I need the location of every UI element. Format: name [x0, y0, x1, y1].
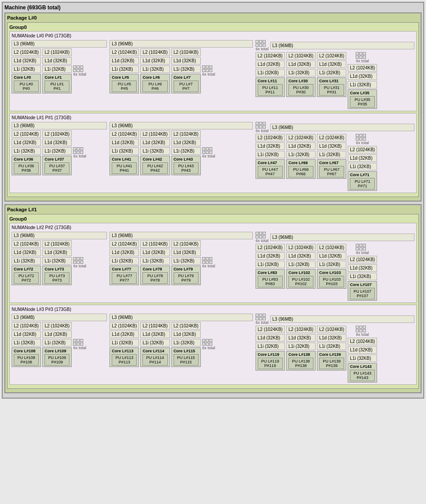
l1d-1-1-0: L1d (32KB): [110, 139, 139, 146]
core-143: Core L#143 PU L#143P#143: [348, 363, 377, 383]
l2-3-1-2: L2 (1024KB): [171, 322, 201, 330]
l2-3-2-0: L2 (1024KB): [256, 326, 285, 333]
l3-1-1: L3 (96MB): [110, 122, 252, 129]
pu-139: PU L#139P#139: [319, 358, 344, 369]
l2-2-3: L2 (1024KB): [348, 64, 377, 72]
l1i-2-2-3: L1i (32KB): [348, 273, 377, 280]
six-total-1-0: 6x total: [73, 130, 86, 175]
l2-2-2-1: L2 (1024KB): [286, 244, 316, 251]
pu-35: PU L#35P#35: [350, 96, 375, 108]
l1d-3-2-1: L1d (32KB): [286, 334, 316, 342]
six-total-1-1: 6x total: [202, 130, 215, 175]
pu-7: PU L#7P#7: [174, 81, 199, 92]
pu-36: PU L#36P#36: [14, 162, 39, 174]
l1d-1-0-0: L1d (32KB): [12, 139, 41, 146]
six-total-2-2-left: 6x total: [256, 232, 269, 243]
six-total-3-2-left: 6x total: [256, 314, 269, 325]
l2-2-2: L2 (1024KB): [317, 52, 346, 60]
l1d-2-3: L1d (32KB): [348, 73, 377, 80]
l1i-3-0-1: L1i (32KB): [42, 339, 72, 347]
l1d-1-2-3: L1d (32KB): [348, 154, 377, 162]
l1i-0-0: L1i (32KB): [12, 65, 41, 73]
numa1: NUMANode L#1 P#1 (173GB) L3 (96MB) L2 (1…: [9, 113, 417, 193]
core-5: Core L#5 PU L#5P#5: [110, 74, 139, 93]
l1i-1-2-2: L1i (32KB): [317, 151, 346, 158]
pu-37: PU L#37P#37: [45, 162, 69, 174]
pu-30: PU L#30P#30: [288, 84, 313, 96]
core-115: Core L#115 PU L#115P#115: [171, 347, 201, 367]
l1i-1-0-1: L1i (32KB): [42, 147, 72, 155]
l3-1-0: L3 (96MB): [12, 122, 107, 129]
l2-1-2-0: L2 (1024KB): [256, 134, 285, 141]
l3-3-1: L3 (96MB): [110, 314, 252, 321]
pu-11: PU L#11P#11: [258, 84, 283, 96]
core-7: Core L#7 PU L#7P#7: [171, 74, 201, 93]
machine-title: Machine (693GB total): [4, 4, 422, 11]
l2-2-2-0: L2 (1024KB): [256, 244, 285, 251]
pu-107: PU L#107P#107: [350, 288, 375, 299]
l2-3-2-1: L2 (1024KB): [286, 326, 316, 333]
core-0: Core L#0 PU L#0P#0: [12, 74, 41, 93]
l1d-0-0: L1d (32KB): [12, 57, 41, 65]
l1d-2-0-0: L1d (32KB): [12, 249, 41, 256]
pu-1: PU L#1P#1: [45, 81, 69, 92]
l1d-1-2-1: L1d (32KB): [286, 142, 316, 150]
core-113: Core L#113 PU L#113P#113: [110, 347, 139, 367]
core-139: Core L#139 PU L#139P#139: [317, 351, 346, 371]
group0-pkg1-title: Group0: [9, 216, 417, 222]
six-total-2-1: 6x total: [202, 240, 215, 285]
pu-103: PU L#103P#103: [319, 276, 344, 287]
core-30: Core L#30 PU L#30P#30: [286, 77, 316, 97]
pu-47: PU L#47P#47: [258, 166, 283, 177]
pu-102: PU L#102P#102: [288, 276, 313, 287]
six-total-0-0: 6x total: [73, 48, 86, 93]
l1d-2-1-0: L1d (32KB): [110, 249, 139, 256]
pu-77: PU L#77P#77: [112, 272, 137, 284]
l1d-2-2: L1d (32KB): [317, 60, 346, 68]
numa0-title: NUMANode L#0 P#0 (173GB): [12, 33, 414, 38]
l1d-3-2-0: L1d (32KB): [256, 334, 285, 342]
pu-143: PU L#143P#143: [350, 370, 375, 381]
l1i-3-1-1: L1i (32KB): [140, 339, 170, 347]
l2-1-2-2: L2 (1024KB): [317, 134, 346, 141]
core-11: Core L#11 PU L#11P#11: [256, 77, 285, 97]
core-103: Core L#103 PU L#103P#103: [317, 269, 346, 289]
pu-0: PU L#0P#0: [14, 81, 39, 92]
l2-2-1-2: L2 (1024KB): [171, 240, 201, 248]
l3-2-1: L3 (96MB): [110, 232, 252, 239]
l1i-1-2-1: L1i (32KB): [286, 151, 316, 158]
l1d-2-2-3: L1d (32KB): [348, 264, 377, 272]
package-0-title: Package L#0: [7, 15, 419, 20]
six-total-2-0: 6x total: [73, 240, 86, 285]
pu-115: PU L#115P#115: [174, 354, 199, 366]
l2-3-1-1: L2 (1024KB): [140, 322, 170, 330]
package-1: Package L#1 Group0 NUMANode L#2 P#2 (173…: [4, 204, 422, 393]
six-total-3-0: 6x total: [73, 322, 86, 367]
l1i-0-1: L1i (32KB): [42, 65, 72, 73]
core-35: Core L#35 PU L#35P#35: [348, 89, 377, 109]
core-6: Core L#6 PU L#6P#6: [140, 74, 170, 93]
l3-3-0: L3 (96MB): [12, 314, 107, 321]
l1i-2-0-1: L1i (32KB): [42, 257, 72, 265]
l1i-1-2-0: L1i (32KB): [256, 151, 285, 158]
l2-2-2-3: L2 (1024KB): [348, 256, 377, 263]
six-total-1-2-right: 6x total: [348, 134, 377, 145]
core-37: Core L#37 PU L#37P#37: [42, 156, 72, 175]
pu-138: PU L#138P#138: [288, 358, 313, 369]
pu-6: PU L#6P#6: [142, 81, 167, 92]
group0-pkg0-title: Group0: [9, 24, 417, 30]
pu-41: PU L#41P#41: [112, 162, 137, 174]
core-78: Core L#78 PU L#78P#78: [140, 266, 170, 285]
l1d-0-1: L1d (32KB): [42, 57, 72, 65]
core-102: Core L#102 PU L#102P#102: [286, 269, 316, 289]
core-67: Core L#67 PU L#67P#67: [317, 159, 346, 179]
pu-119: PU L#119P#119: [258, 358, 283, 369]
core-1: Core L#1 PU L#1P#1: [42, 74, 72, 93]
l2-1-2-3: L2 (1024KB): [348, 146, 377, 153]
pu-114: PU L#114P#114: [142, 354, 167, 366]
l1d-3-2-3: L1d (32KB): [348, 346, 377, 354]
l2-1-0: L2 (1024KB): [110, 48, 139, 56]
l2-3-2-3: L2 (1024KB): [348, 338, 377, 345]
l1d-1-0-1: L1d (32KB): [42, 139, 72, 146]
l1d-1-2-2: L1d (32KB): [317, 142, 346, 150]
